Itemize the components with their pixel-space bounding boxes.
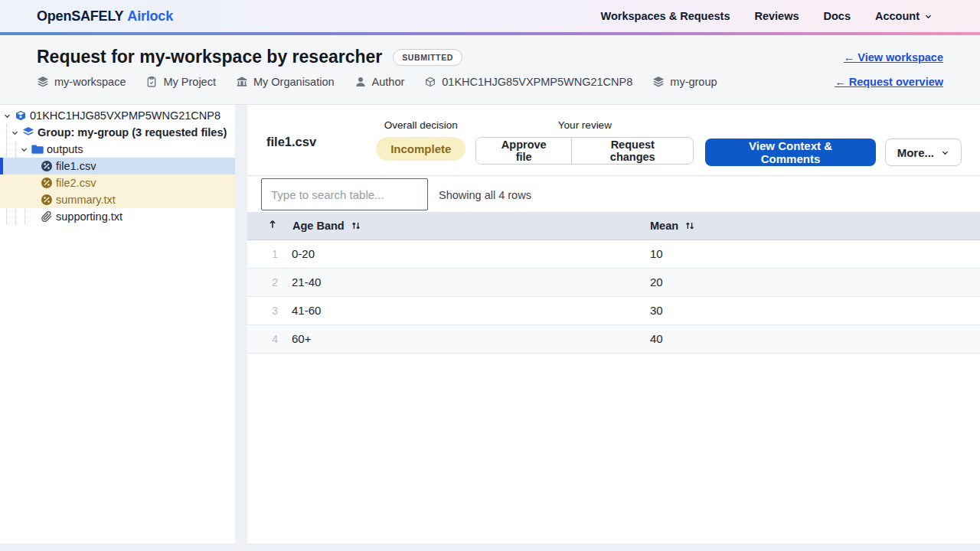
brand-primary: OpenSAFELY — [37, 8, 123, 24]
bank-icon — [236, 76, 248, 88]
nav-item-label: Reviews — [754, 10, 799, 22]
column-header-label: Mean — [650, 220, 678, 232]
tree-item-label: file1.csv — [56, 160, 96, 172]
column-header-row-number[interactable] — [247, 212, 283, 240]
sort-icon — [351, 220, 361, 231]
nav-account-menu[interactable]: Account — [875, 10, 933, 22]
nav-reviews[interactable]: Reviews — [754, 10, 799, 22]
more-button[interactable]: More... — [885, 139, 962, 166]
tree-item-request-root[interactable]: 01KHC1HJG85VXPMP5WNG21CNP8 — [0, 107, 235, 124]
meta-label: My Project — [163, 76, 216, 88]
mean-cell: 30 — [650, 296, 980, 324]
request-overview-link[interactable]: ← Request overview — [835, 76, 943, 88]
chevron-down-icon[interactable] — [11, 129, 19, 137]
percent-circle-icon — [41, 160, 53, 172]
review-button-group: Approve file Request changes — [475, 137, 694, 165]
meta-label: 01KHC1HJG85VXPMP5WNG21CNP8 — [442, 76, 632, 88]
percent-circle-icon — [41, 194, 53, 206]
table-row: 1 0-20 10 — [247, 240, 980, 268]
folder-icon — [31, 143, 44, 155]
mean-cell: 10 — [650, 240, 980, 268]
chevron-down-icon — [941, 148, 949, 157]
meta-group: my-group — [652, 76, 717, 88]
tree-item-label: supporting.txt — [56, 210, 122, 223]
column-header-age-band[interactable]: Age Band — [283, 212, 650, 240]
tree-item-supporting[interactable]: supporting.txt — [0, 208, 235, 225]
age-band-cell: 60+ — [283, 324, 650, 353]
your-review-label: Your review — [558, 119, 612, 131]
more-button-label: More... — [897, 146, 934, 159]
tree-item-outputs-folder[interactable]: outputs — [0, 141, 235, 158]
table-search-row: Showing all 4 rows — [247, 176, 980, 212]
request-changes-button[interactable]: Request changes — [571, 138, 693, 164]
top-nav: OpenSAFELYAirlock Workspaces & Requests … — [0, 0, 980, 32]
table-header-row: Age Band Mean — [247, 212, 980, 240]
nav-item-label: Workspaces & Requests — [601, 10, 730, 22]
nav-item-label: Account — [875, 10, 920, 22]
view-workspace-link[interactable]: ← View workspace — [844, 51, 943, 64]
table-row: 2 21-40 20 — [247, 268, 980, 296]
meta-project: My Project — [145, 76, 216, 88]
tree-item-group[interactable]: Group: my-group (3 requested files) — [0, 124, 235, 141]
approve-file-button[interactable]: Approve file — [476, 138, 571, 164]
tree-item-file2[interactable]: file2.csv — [0, 174, 235, 191]
sort-icon — [684, 220, 695, 231]
table-row: 4 60+ 40 — [247, 324, 980, 353]
paperclip-icon — [41, 210, 53, 223]
search-input[interactable] — [261, 178, 428, 210]
age-band-cell: 21-40 — [283, 268, 650, 296]
age-band-cell: 41-60 — [283, 296, 650, 324]
results-table: Age Band Mean 1 0-20 1 — [247, 212, 980, 354]
sidebar-gutter — [235, 105, 247, 543]
mean-cell: 40 — [650, 324, 980, 353]
chevron-down-icon[interactable] — [20, 145, 28, 154]
nav-workspaces-requests[interactable]: Workspaces & Requests — [601, 10, 730, 22]
decision-badge: Incomplete — [376, 137, 466, 161]
tree-item-file1[interactable]: file1.csv — [0, 158, 235, 174]
layers-icon — [22, 126, 34, 139]
request-meta: my-workspace My Project My Organisation … — [37, 76, 717, 88]
file-toolbar: file1.csv Overall decision Incomplete Yo… — [247, 105, 980, 176]
percent-circle-icon — [41, 177, 53, 189]
tree-item-label: outputs — [47, 143, 83, 155]
nav-docs[interactable]: Docs — [824, 10, 851, 22]
column-header-mean[interactable]: Mean — [650, 212, 980, 240]
file-view-panel: file1.csv Overall decision Incomplete Yo… — [247, 105, 980, 543]
column-header-label: Age Band — [292, 220, 345, 232]
view-context-comments-button[interactable]: View Context & Comments — [705, 139, 875, 166]
row-number-cell: 3 — [247, 296, 283, 324]
layers-icon — [37, 76, 49, 88]
meta-label: my-group — [670, 76, 717, 88]
overall-decision-label: Overall decision — [384, 119, 458, 131]
meta-label: my-workspace — [54, 76, 126, 88]
arrow-up-icon — [267, 219, 278, 230]
request-header: Request for my-workspace by researcher S… — [0, 35, 980, 105]
meta-request-id: 01KHC1HJG85VXPMP5WNG21CNP8 — [424, 76, 632, 88]
meta-workspace: my-workspace — [37, 76, 126, 88]
tree-item-label: 01KHC1HJG85VXPMP5WNG21CNP8 — [30, 109, 220, 122]
cube-icon — [15, 109, 27, 122]
brand-logo[interactable]: OpenSAFELYAirlock — [37, 8, 173, 24]
your-review-group: Your review Approve file Request changes — [475, 119, 694, 165]
tree-item-label: file2.csv — [56, 177, 96, 189]
tree-item-summary[interactable]: summary.txt — [0, 191, 235, 208]
table-row: 3 41-60 30 — [247, 296, 980, 324]
rows-status: Showing all 4 rows — [439, 189, 531, 201]
row-number-cell: 4 — [247, 324, 283, 353]
row-number-cell: 2 — [247, 268, 283, 296]
cube-icon — [424, 76, 436, 88]
row-number-cell: 1 — [247, 240, 283, 268]
person-icon — [354, 76, 367, 88]
overall-decision-group: Overall decision Incomplete — [376, 119, 466, 161]
age-band-cell: 0-20 — [283, 240, 650, 268]
layers-icon — [652, 76, 665, 88]
page-title: Request for my-workspace by researcher — [37, 47, 382, 67]
meta-organisation: My Organisation — [236, 76, 335, 88]
meta-label: My Organisation — [253, 76, 335, 88]
chevron-down-icon[interactable] — [3, 112, 11, 120]
brand-secondary: Airlock — [127, 8, 173, 24]
file-title: file1.csv — [266, 135, 316, 149]
nav-item-label: Docs — [824, 10, 851, 22]
status-badge: SUBMITTED — [393, 49, 462, 66]
file-tree-sidebar: 01KHC1HJG85VXPMP5WNG21CNP8 Group: my-gro… — [0, 105, 235, 543]
